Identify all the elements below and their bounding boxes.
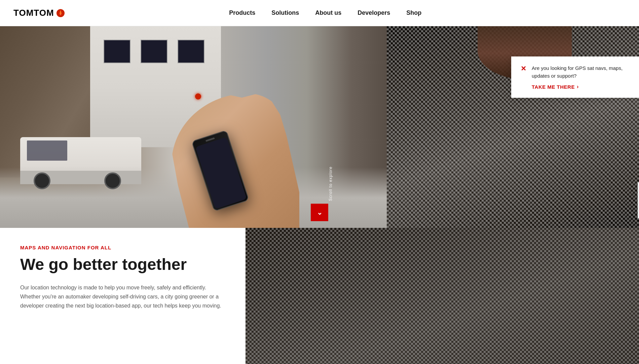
popup-text: Are you looking for GPS sat navs, maps, … [532, 65, 631, 80]
bottom-coat-pattern [246, 228, 639, 364]
chevron-down-icon: ⌄ [317, 208, 323, 216]
nav-item-about[interactable]: About us [315, 8, 341, 18]
logo-text: TOMTOM [13, 8, 54, 18]
popup-arrow-icon: › [577, 84, 579, 90]
main-nav: Products Solutions About us Developers S… [229, 8, 421, 18]
phone-hand-area [145, 26, 346, 228]
window-1 [104, 40, 130, 63]
section-title: We go better together [20, 256, 225, 274]
section-eyebrow: MAPS AND NAVIGATION FOR ALL [20, 245, 225, 250]
nav-item-developers[interactable]: Developers [358, 8, 390, 18]
hero-bottom-coat-bg [246, 228, 639, 364]
van-wheel-right [104, 172, 121, 189]
nav-item-solutions[interactable]: Solutions [271, 8, 299, 18]
section-body: Our location technology is made to help … [20, 283, 225, 311]
popup-close-button[interactable]: ✕ [521, 65, 526, 72]
feedback-tab[interactable]: Feedback [638, 182, 639, 218]
popup-cta-label: TAKE ME THERE [532, 84, 575, 90]
scroll-down-button[interactable]: ⌄ [311, 204, 328, 221]
traffic-light [195, 93, 201, 99]
logo[interactable]: TOMTOM [13, 8, 66, 18]
hero-bottom-right [246, 228, 639, 364]
hero-section: ✕ Are you looking for GPS sat navs, maps… [0, 26, 639, 228]
popup-content: Are you looking for GPS sat navs, maps, … [532, 65, 631, 90]
feedback-wrapper: Feedback [603, 176, 639, 188]
van-window [27, 140, 67, 161]
popup-cta-button[interactable]: TAKE ME THERE › [532, 84, 631, 90]
van-wheel-left [34, 172, 50, 189]
popup-banner: ✕ Are you looking for GPS sat navs, maps… [511, 56, 639, 98]
nav-item-shop[interactable]: Shop [406, 8, 421, 18]
content-section: MAPS AND NAVIGATION FOR ALL We go better… [0, 228, 246, 364]
scroll-explore-label: Scroll to explore [328, 166, 333, 201]
van [20, 137, 141, 184]
nav-item-products[interactable]: Products [229, 8, 255, 18]
flame-icon [55, 8, 66, 18]
header: TOMTOM Products Solutions About us Devel… [0, 0, 639, 26]
